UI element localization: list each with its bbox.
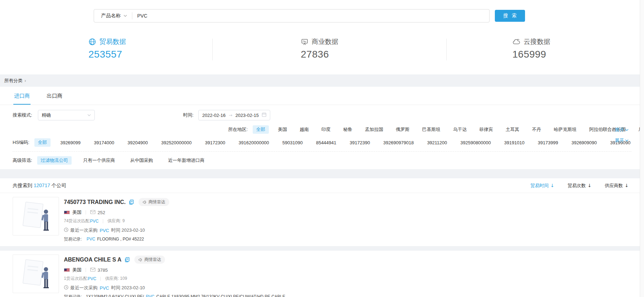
trade-record-keyword: PVC	[87, 237, 95, 242]
filter-option[interactable]: 只有一个供应商	[80, 156, 119, 165]
filter-option[interactable]: 从中国采购	[127, 156, 157, 165]
filter-option[interactable]: 39172300	[201, 139, 229, 146]
filter-option[interactable]: 俄罗斯	[392, 125, 413, 134]
radar-badge[interactable]: 商情雷达	[139, 198, 169, 206]
filter-option[interactable]: 菲律宾	[476, 125, 497, 134]
presentation-chart-icon	[301, 38, 308, 46]
tab-importers[interactable]: 进口商	[13, 88, 31, 105]
filter-option[interactable]: 392690979018	[380, 139, 417, 146]
sort-option[interactable]: 供应商数 ↓	[605, 183, 629, 189]
filter-option[interactable]: 巴基斯坦	[419, 125, 444, 134]
filter-option[interactable]: 39172390	[346, 139, 373, 146]
us-flag-icon	[64, 211, 70, 214]
stat-value: 253557	[88, 49, 126, 60]
arrow-down-icon: ↓	[550, 183, 554, 188]
filter-option[interactable]: 越南	[296, 125, 312, 134]
filter-option[interactable]: 39173999	[534, 139, 562, 146]
filter-option[interactable]: 秘鲁	[340, 125, 356, 134]
search-mode-select[interactable]: 精确	[38, 110, 95, 120]
clock-icon	[64, 285, 68, 291]
filter-card: 进口商 出口商 搜索模式: 精确 时间: 2022-02-16 → 2023-0…	[0, 87, 644, 169]
filter-option[interactable]: 土耳其	[502, 125, 523, 134]
company-thumbnail[interactable]	[13, 255, 59, 293]
tab-exporters[interactable]: 出口商	[46, 88, 63, 105]
sort-option[interactable]: 贸易时间 ↓	[530, 183, 554, 189]
stat-business-data[interactable]: 商业数据 27836	[301, 37, 338, 60]
search-button[interactable]: 搜索	[495, 10, 525, 22]
filter-option[interactable]: 39191010	[501, 139, 528, 146]
trade-record-label: 贸易记录:	[64, 237, 82, 242]
company-name[interactable]: 7450773 TRADING INC.	[64, 199, 126, 205]
stats-row: 贸易数据 253557 商业数据 27836 云搜数据 165999	[0, 37, 644, 62]
radar-badge[interactable]: 商情雷达	[134, 256, 165, 264]
time-label: 时间:	[183, 112, 194, 118]
arrow-right-icon: →	[229, 113, 232, 118]
supplier-count: 供应商: 109	[105, 276, 127, 282]
filter-option[interactable]: 59031090	[279, 139, 306, 146]
filter-option[interactable]: 39204900	[124, 139, 151, 146]
filter-option[interactable]: 39211200	[424, 139, 451, 146]
calendar-icon	[262, 112, 266, 118]
badge-label: 商情雷达	[144, 257, 161, 263]
stat-cloud-search-data[interactable]: 云搜数据 165999	[512, 37, 550, 60]
company-thumbnail[interactable]	[13, 197, 59, 236]
sort-label: 贸易时间	[530, 183, 549, 189]
search-category-select[interactable]: 产品名称	[94, 13, 132, 19]
filter-option[interactable]: 85444941	[312, 139, 340, 146]
divider	[132, 12, 132, 19]
filter-option[interactable]: 不丹	[529, 125, 545, 134]
placeholder-illustration	[16, 258, 55, 290]
results-summary: 共搜索到120717个公司	[13, 183, 66, 189]
stat-trade-data[interactable]: 贸易数据 253557	[88, 37, 126, 60]
trade-record-pre: 1X120MM2 0,6/1KV CU/XLPE/	[86, 294, 144, 297]
vertical-scrollbar[interactable]	[640, 0, 644, 297]
breadcrumb-all-categories[interactable]: 所有分类	[4, 78, 22, 84]
sort-option[interactable]: 贸易次数 ↓	[567, 183, 591, 189]
divider	[103, 219, 103, 223]
trade-record-post: CABLE 1X630/95 MM2 76/132KV CU/XLPE/CUW/…	[156, 294, 285, 297]
search-category-label: 产品名称	[101, 13, 121, 19]
trade-record-keyword: PVC	[146, 294, 154, 297]
divider	[446, 39, 447, 60]
divider	[212, 39, 213, 60]
results-header: 共搜索到120717个公司 贸易时间 ↓ 贸易次数 ↓ 供应商数 ↓	[0, 178, 644, 193]
divider	[86, 210, 86, 214]
filter-option[interactable]: 3926909090	[568, 139, 600, 146]
arrow-down-icon: ↓	[587, 183, 591, 188]
search-box: 产品名称 PVC	[94, 9, 490, 22]
badge-label: 商情雷达	[148, 199, 165, 205]
filter-option[interactable]: 美国	[274, 125, 291, 134]
company-list: 7450773 TRADING INC. 商情雷达 美国 252	[0, 193, 644, 297]
match-text: 74货运次匹配	[64, 218, 89, 224]
placeholder-illustration	[16, 200, 55, 232]
envelope-icon	[90, 268, 95, 273]
filter-option[interactable]: 391620000000	[235, 139, 273, 146]
contact-count: 3785	[98, 268, 108, 273]
filter-option[interactable]: 39174000	[91, 139, 118, 146]
filter-option[interactable]: 39269099	[57, 139, 84, 146]
filter-option[interactable]: 近一年新增进口商	[165, 156, 208, 165]
company-name[interactable]: ABENGOA CHILE S A	[64, 257, 121, 263]
filter-option[interactable]: 过滤物流公司	[37, 156, 72, 165]
filter-option[interactable]: 全部	[34, 138, 51, 147]
divider	[86, 268, 86, 272]
date-range-picker[interactable]: 2022-02-16 → 2023-02-15	[198, 110, 270, 120]
copy-document-icon[interactable]	[125, 257, 130, 262]
hs-code-options: 全部39269099391740003920490039252000000039…	[34, 138, 644, 147]
results-count: 120717	[34, 183, 50, 188]
region-options: 全部美国越南印度秘鲁孟加拉国俄罗斯巴基斯坦乌干达菲律宾土耳其不丹哈萨克斯坦阿拉伯…	[253, 125, 644, 134]
search-input[interactable]: PVC	[137, 13, 147, 19]
clock-icon	[64, 227, 68, 233]
filter-option[interactable]: 全部	[253, 125, 269, 134]
filter-option[interactable]: 乌干达	[450, 125, 470, 134]
filter-option[interactable]: 孟加拉国	[361, 125, 387, 134]
hs-expand-link[interactable]: 展开	[615, 137, 629, 144]
country-label: 美国	[72, 209, 81, 216]
filter-option[interactable]: 392590800000	[457, 139, 494, 146]
filter-option[interactable]: 哈萨克斯坦	[550, 125, 580, 134]
copy-document-icon[interactable]	[129, 199, 134, 205]
region-expand-link[interactable]: 展开	[615, 127, 629, 133]
filter-option[interactable]: 392520000000	[158, 139, 195, 146]
advanced-filter-label: 高级筛选:	[13, 157, 32, 164]
filter-option[interactable]: 印度	[318, 125, 334, 134]
